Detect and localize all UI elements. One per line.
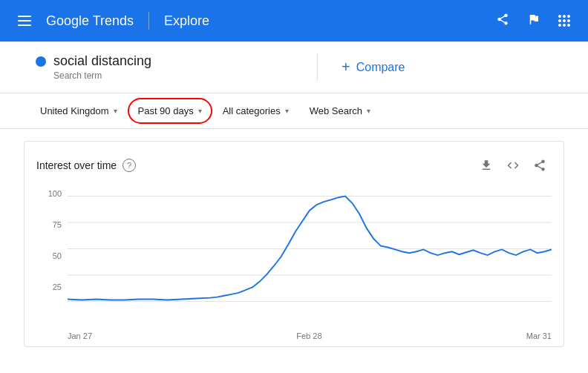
trend-chart: [68, 186, 552, 327]
y-label-25: 25: [53, 283, 62, 291]
time-arrow: ▾: [198, 107, 202, 115]
x-label-mar31: Mar 31: [526, 331, 552, 340]
y-axis: 100 75 50 25 0: [36, 186, 68, 340]
y-label-0: 0: [57, 314, 62, 323]
svg-rect-0: [18, 16, 31, 17]
svg-rect-2: [18, 24, 31, 26]
x-label-jan27: Jan 27: [68, 331, 92, 340]
share-chart-button[interactable]: [528, 154, 552, 177]
chart-title: Interest over time: [36, 159, 117, 171]
compare-section[interactable]: + Compare: [318, 59, 405, 76]
category-filter[interactable]: All categories ▾: [218, 102, 293, 119]
y-label-50: 50: [53, 251, 62, 260]
time-filter[interactable]: Past 90 days ▾: [134, 102, 206, 119]
svg-rect-1: [18, 20, 31, 22]
header-divider: [148, 12, 149, 30]
search-term-card: social distancing Search term: [36, 53, 318, 81]
category-arrow: ▾: [285, 107, 289, 115]
header-logo: Google Trends: [46, 13, 134, 29]
chart-body: 100 75 50 25 0: [24, 186, 564, 340]
embed-button[interactable]: [501, 154, 525, 177]
region-filter[interactable]: United Kingdom ▾: [36, 102, 122, 119]
search-term-label: social distancing: [53, 53, 151, 69]
header: Google Trends Explore: [0, 0, 588, 42]
search-type-filter[interactable]: Web Search ▾: [305, 102, 375, 119]
search-term-row: social distancing: [36, 53, 293, 69]
chart-header: Interest over time ?: [24, 154, 564, 186]
flag-icon[interactable]: [521, 7, 546, 36]
category-label: All categories: [223, 105, 281, 116]
time-filter-wrapper: Past 90 days ▾: [134, 102, 206, 119]
logo-text: Google Trends: [46, 13, 134, 29]
search-section: social distancing Search term + Compare: [0, 42, 588, 93]
menu-icon[interactable]: [12, 7, 37, 36]
compare-plus-icon: +: [342, 59, 350, 76]
x-label-feb28: Feb 28: [296, 331, 321, 340]
search-dot: [36, 56, 46, 67]
share-icon[interactable]: [490, 7, 515, 36]
compare-label: Compare: [356, 61, 405, 74]
filter-bar: United Kingdom ▾ Past 90 days ▾ All cate…: [0, 93, 588, 129]
apps-icon[interactable]: [552, 9, 576, 33]
search-type: Search term: [53, 70, 293, 81]
x-axis: Jan 27 Feb 28 Mar 31: [68, 331, 552, 340]
y-label-100: 100: [48, 189, 62, 198]
search-type-label: Web Search: [310, 105, 362, 116]
chart-section: Interest over time ?: [24, 141, 564, 347]
chart-svg-container: Jan 27 Feb 28 Mar 31: [68, 186, 552, 340]
chart-actions: [474, 154, 552, 177]
help-icon[interactable]: ?: [122, 159, 136, 172]
region-label: United Kingdom: [40, 105, 109, 116]
chart-inner: 100 75 50 25 0: [36, 186, 552, 340]
header-icons: [490, 7, 576, 36]
explore-label: Explore: [164, 13, 209, 29]
chart-title-row: Interest over time ?: [36, 159, 136, 172]
download-button[interactable]: [474, 154, 498, 177]
search-type-arrow: ▾: [367, 107, 370, 115]
y-label-75: 75: [53, 220, 62, 229]
time-label: Past 90 days: [138, 105, 194, 116]
region-arrow: ▾: [114, 107, 117, 115]
